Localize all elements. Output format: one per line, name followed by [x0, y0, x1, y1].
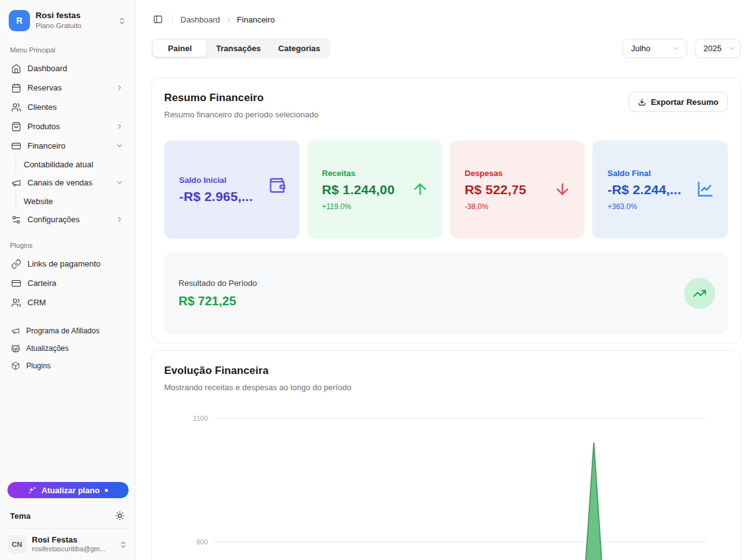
sun-icon[interactable]: [115, 511, 125, 521]
stat-saldo-final: Saldo Final -R$ 2.244,... +363.0%: [592, 140, 728, 238]
chevron-down-icon: [115, 142, 124, 150]
user-menu[interactable]: CN Rosi Festas rosifestascuritiba@gm...: [7, 528, 127, 554]
export-summary-button[interactable]: Exportar Resumo: [629, 92, 728, 112]
sliders-icon: [11, 215, 21, 225]
package-icon: [11, 361, 20, 370]
user-email: rosifestascuritiba@gm...: [32, 545, 114, 554]
stat-despesas: Despesas R$ 522,75 -38.0%: [450, 140, 585, 238]
theme-row: Tema: [7, 507, 127, 528]
trending-up-badge: [684, 278, 715, 309]
sidebar-item-links-de-pagamento[interactable]: Links de pagamento: [7, 254, 127, 273]
avatar: CN: [7, 535, 26, 554]
sidebar-section-main: Menu Principal: [10, 46, 125, 54]
sidebar-item-programa-de-afiliados[interactable]: Programa de Afiliados: [7, 322, 127, 340]
top-bar: Dashboard Financeiro: [151, 12, 741, 26]
sidebar-toggle-button[interactable]: [151, 12, 165, 26]
drum-icon: [11, 344, 20, 353]
filter-row: Painel Transações Categorias Julho 2025: [151, 38, 741, 59]
sidebar: R Rosi festas Plano Gratuito Menu Princi…: [0, 0, 135, 560]
sidebar-item-dashboard[interactable]: Dashboard: [7, 59, 127, 78]
arrow-down-icon: [554, 180, 571, 198]
summary-title: Resumo Financeiro: [164, 92, 318, 104]
tab-categorias[interactable]: Categorias: [270, 40, 328, 57]
tab-painel[interactable]: Painel: [153, 40, 207, 57]
arrow-up-icon: [411, 180, 429, 198]
breadcrumb: Dashboard Financeiro: [180, 15, 275, 24]
period-result-value: R$ 721,25: [179, 295, 257, 307]
main-content: Dashboard Financeiro Painel Transações C…: [135, 0, 749, 560]
wallet-icon: [268, 177, 286, 194]
shopping-bag-icon: [11, 122, 21, 132]
user-name: Rosi Festas: [32, 535, 114, 545]
financial-evolution-card: Evolução Financeira Mostrando receitas e…: [151, 350, 741, 560]
workspace-name: Rosi festas: [36, 11, 112, 21]
users-icon: [11, 298, 21, 308]
workspace-logo: R: [9, 10, 30, 31]
sidebar-item-carteira[interactable]: Carteira: [7, 273, 127, 293]
summary-subtitle: Resumo financeiro do período selecionado: [164, 110, 318, 119]
sidebar-item-financeiro[interactable]: Financeiro: [7, 136, 127, 155]
megaphone-icon: [11, 178, 21, 188]
download-icon: [638, 98, 646, 106]
period-result: Resultado do Período R$ 721,25: [164, 252, 728, 334]
sidebar-item-atualizacoes[interactable]: Atualizações: [7, 340, 127, 357]
tab-transacoes[interactable]: Transações: [208, 40, 269, 57]
sidebar-item-canais-de-vendas[interactable]: Canais de vendas: [7, 173, 127, 192]
upgrade-plan-button[interactable]: Atualizar plano: [7, 482, 129, 498]
divider: [172, 14, 173, 24]
link-icon: [11, 259, 21, 269]
panel-left-icon: [153, 14, 163, 24]
notification-dot: [105, 489, 108, 492]
users-icon: [11, 102, 21, 112]
chevrons-up-down-icon: [119, 541, 127, 549]
period-result-label: Resultado do Período: [179, 279, 257, 287]
sidebar-item-crm[interactable]: CRM: [7, 293, 127, 312]
tab-list: Painel Transações Categorias: [151, 38, 330, 59]
workspace-switcher[interactable]: R Rosi festas Plano Gratuito: [7, 7, 127, 34]
breadcrumb-financeiro: Financeiro: [237, 15, 275, 24]
sidebar-item-plugins[interactable]: Plugins: [7, 357, 127, 375]
stat-saldo-inicial: Saldo Inicial -R$ 2.965,...: [164, 140, 300, 238]
area-chart: 1100600: [164, 405, 728, 560]
app-root: R Rosi festas Plano Gratuito Menu Princi…: [0, 0, 749, 560]
line-chart-icon: [697, 180, 714, 198]
stat-cards: Saldo Inicial -R$ 2.965,... Receitas R$ …: [164, 140, 728, 238]
sidebar-section-plugins: Plugins: [10, 242, 125, 249]
chevron-right-icon: [115, 122, 124, 130]
month-select[interactable]: Julho: [622, 39, 687, 58]
chevrons-up-down-icon: [118, 17, 126, 25]
chevron-down-icon: [672, 44, 680, 52]
chevron-right-icon: [115, 84, 124, 92]
sparkles-icon: [28, 486, 36, 494]
evolution-subtitle: Mostrando receitas e despesas ao longo d…: [164, 383, 728, 392]
year-select[interactable]: 2025: [695, 39, 741, 58]
stat-receitas: Receitas R$ 1.244,00 +119.0%: [307, 140, 443, 238]
financial-summary-card: Resumo Financeiro Resumo financeiro do p…: [151, 77, 741, 343]
sidebar-item-contabilidade-atual[interactable]: Contabilidade atual: [16, 155, 127, 173]
evolution-chart: 1100600: [164, 405, 728, 560]
chevron-down-icon: [728, 44, 736, 52]
trending-up-icon: [693, 287, 707, 300]
credit-card-icon: [11, 141, 21, 151]
sidebar-item-configuracoes[interactable]: Configurações: [7, 210, 127, 229]
calendar-icon: [11, 83, 21, 93]
chevron-right-icon: [225, 16, 233, 24]
evolution-title: Evolução Financeira: [164, 365, 728, 377]
megaphone-icon: [11, 327, 20, 335]
sidebar-item-produtos[interactable]: Produtos: [7, 117, 127, 136]
chevron-down-icon: [115, 179, 124, 187]
wallet-icon: [11, 278, 21, 288]
breadcrumb-dashboard[interactable]: Dashboard: [180, 15, 220, 24]
home-icon: [11, 64, 21, 74]
sidebar-item-website[interactable]: Website: [16, 192, 127, 210]
sidebar-item-clientes[interactable]: Clientes: [7, 97, 127, 117]
svg-text:600: 600: [197, 538, 208, 546]
sidebar-item-reservas[interactable]: Reservas: [7, 78, 127, 97]
chevron-right-icon: [115, 215, 124, 224]
workspace-plan: Plano Gratuito: [36, 21, 112, 30]
svg-text:1100: 1100: [193, 415, 208, 422]
